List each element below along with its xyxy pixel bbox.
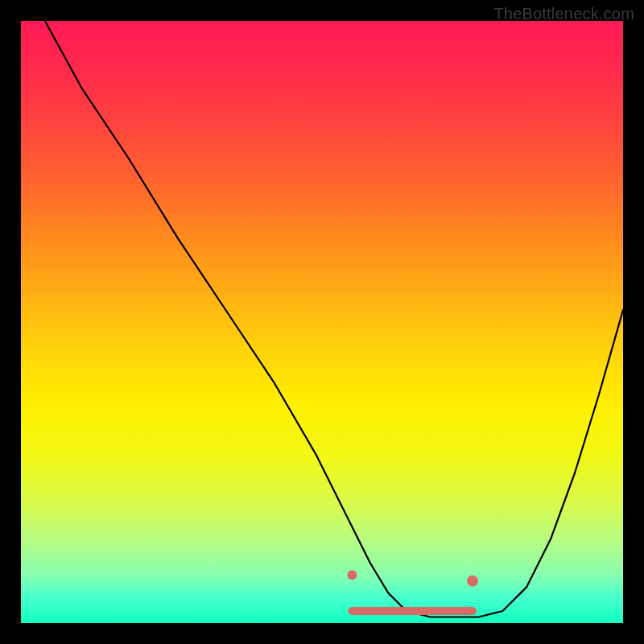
chart-plot-area <box>21 21 623 623</box>
marker-left <box>347 570 357 580</box>
marker-right <box>467 576 478 587</box>
bottleneck-curve <box>45 21 623 617</box>
chart-svg <box>21 21 623 623</box>
watermark-text: TheBottleneck.com <box>493 5 634 23</box>
